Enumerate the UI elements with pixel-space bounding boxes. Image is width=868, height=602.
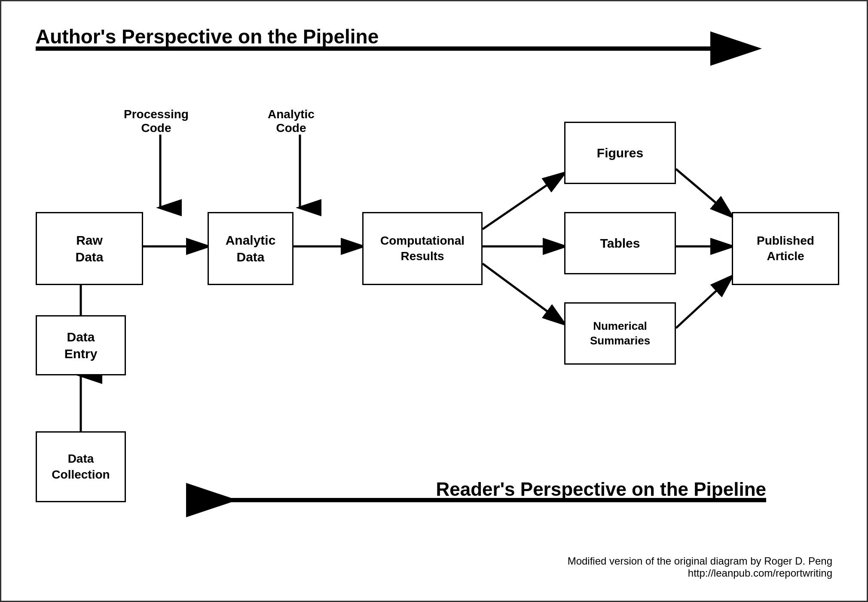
caption-line1: Modified version of the original diagram… xyxy=(568,555,832,567)
data-collection-box: Data Collection xyxy=(36,431,126,502)
raw-data-box: Raw Data xyxy=(36,212,143,285)
svg-line-10 xyxy=(483,264,564,324)
published-article-box: Published Article xyxy=(732,212,839,285)
processing-code-label: Processing Code xyxy=(124,94,189,135)
analytic-data-box: Analytic Data xyxy=(208,212,293,285)
diagram-container: Author's Perspective on the Pipeline Pro… xyxy=(1,1,867,601)
computational-results-box: Computational Results xyxy=(362,212,483,285)
figures-box: Figures xyxy=(564,122,676,184)
perspective-arrows-svg xyxy=(1,1,867,601)
analytic-code-label: Analytic Code xyxy=(268,94,315,135)
numerical-summaries-box: Numerical Summaries xyxy=(564,302,676,365)
tables-box: Tables xyxy=(564,212,676,274)
caption: Modified version of the original diagram… xyxy=(568,555,832,579)
readers-perspective-label: Reader's Perspective on the Pipeline xyxy=(293,479,766,500)
svg-line-11 xyxy=(676,169,732,216)
caption-line2: http://leanpub.com/reportwriting xyxy=(568,567,832,579)
svg-line-13 xyxy=(676,276,732,328)
authors-perspective-label: Author's Perspective on the Pipeline xyxy=(36,25,379,48)
svg-line-8 xyxy=(483,173,564,229)
data-entry-box: Data Entry xyxy=(36,315,126,375)
